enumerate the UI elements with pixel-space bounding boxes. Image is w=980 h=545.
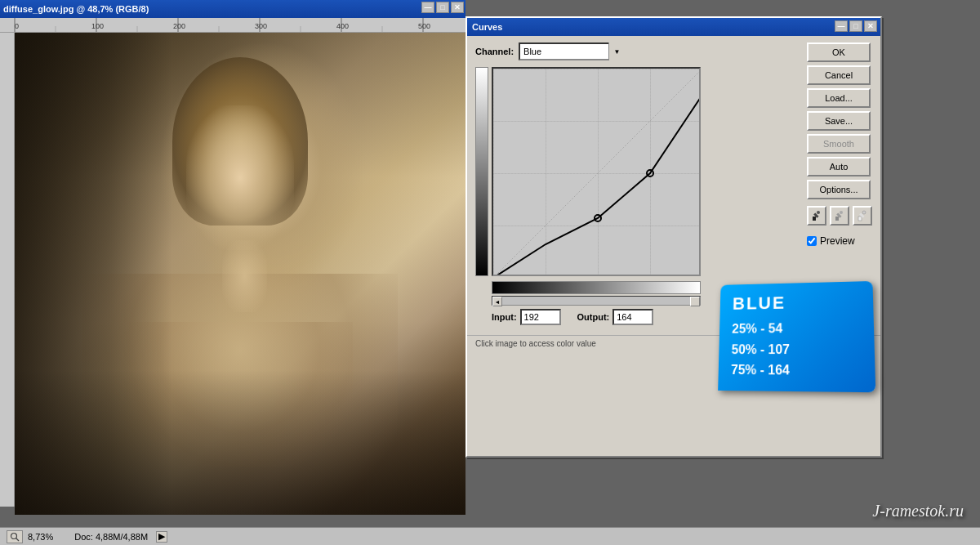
tooltip-line3: 75% - 164 — [731, 360, 862, 382]
auto-button[interactable]: Auto — [807, 157, 871, 176]
preview-row: Preview — [807, 235, 872, 247]
gradient-bar-horizontal — [492, 281, 701, 294]
maximize-button[interactable]: □ — [436, 2, 449, 13]
options-button[interactable]: Options... — [807, 180, 871, 199]
eyedropper-row — [807, 206, 872, 226]
window-title-bar: diffuse_glow.jpg @ 48,7% (RGB/8) — □ ✕ — [0, 0, 466, 18]
face-highlight — [186, 105, 294, 250]
channel-dropdown-arrow[interactable]: ▼ — [608, 42, 625, 60]
title-bar-buttons: — □ ✕ — [421, 2, 464, 13]
output-value[interactable] — [612, 309, 653, 325]
cancel-button[interactable]: Cancel — [807, 65, 871, 85]
svg-line-37 — [16, 538, 20, 541]
doc-nav-button[interactable]: ▶ — [156, 531, 167, 543]
svg-text:0: 0 — [15, 22, 19, 30]
smooth-button[interactable]: Smooth — [807, 134, 871, 154]
input-value[interactable] — [520, 309, 561, 325]
ruler-horizontal: 0 100 200 300 400 500 — [0, 18, 466, 33]
blue-tooltip: BLUE 25% - 54 50% - 107 75% - 164 — [718, 281, 875, 392]
output-label: Output: — [577, 312, 610, 322]
tooltip-line1: 25% - 54 — [732, 317, 861, 339]
graph-scrollbar[interactable]: ◄ — [492, 296, 701, 306]
ok-button[interactable]: OK — [807, 42, 871, 62]
svg-point-26 — [817, 211, 820, 214]
ruler-vertical — [0, 33, 15, 507]
channel-row: Channel: Blue RGB Red Green ▼ — [475, 42, 800, 60]
minimize-button[interactable]: — — [421, 2, 434, 13]
svg-text:300: 300 — [255, 22, 267, 30]
bottom-shadow — [15, 370, 466, 515]
photo-background — [15, 33, 466, 515]
svg-text:200: 200 — [173, 22, 185, 30]
svg-point-32 — [862, 211, 866, 214]
bottom-doc-info: Doc: 4,88M/4,88M — [74, 532, 148, 542]
window-title: diffuse_glow.jpg @ 48,7% (RGB/8) — [3, 4, 149, 14]
output-field: Output: — [577, 309, 654, 325]
input-field: Input: — [492, 309, 561, 325]
gray-eyedropper-button[interactable] — [830, 206, 849, 226]
watermark: J-ramestok.ru — [872, 502, 964, 520]
canvas-area — [15, 33, 466, 515]
channel-label: Channel: — [475, 47, 514, 56]
preview-label: Preview — [820, 235, 855, 247]
curves-minimize-button[interactable]: — — [835, 20, 848, 32]
curves-dialog: Curves — □ ✕ Channel: Blue RGB Red — [466, 16, 882, 458]
svg-rect-27 — [835, 217, 839, 221]
photoshop-window: diffuse_glow.jpg @ 48,7% (RGB/8) — □ ✕ 0… — [0, 0, 980, 545]
svg-text:100: 100 — [91, 22, 104, 30]
svg-point-29 — [840, 211, 843, 214]
curves-graph-container — [475, 67, 800, 276]
svg-rect-30 — [858, 217, 862, 221]
neck-shape — [222, 240, 267, 313]
gradient-bar-v — [475, 67, 488, 276]
load-button[interactable]: Load... — [807, 88, 871, 108]
zoom-toggle-button[interactable] — [7, 530, 23, 543]
curves-title: Curves — [472, 22, 502, 32]
curves-graph[interactable] — [492, 67, 701, 276]
scrollbar-left-arrow[interactable]: ◄ — [492, 297, 502, 306]
scrollbar-thumb[interactable] — [690, 297, 700, 306]
curves-svg — [493, 69, 701, 276]
white-eyedropper-button[interactable] — [853, 206, 872, 226]
curves-close-button[interactable]: ✕ — [864, 20, 877, 32]
curves-maximize-button[interactable]: □ — [849, 20, 862, 32]
svg-point-36 — [11, 533, 17, 538]
bottom-zoom-value: 8,73% — [28, 532, 53, 542]
tooltip-title: BLUE — [733, 291, 860, 314]
svg-rect-20 — [493, 69, 701, 276]
curves-title-bar: Curves — □ ✕ — [467, 18, 880, 36]
main-status-bar: 8,73% Doc: 4,88M/4,88M ▶ — [0, 527, 980, 545]
svg-text:500: 500 — [418, 22, 430, 30]
input-label: Input: — [492, 312, 517, 322]
channel-select-wrapper: Blue RGB Red Green ▼ — [519, 42, 625, 60]
curves-left-panel: Channel: Blue RGB Red Green ▼ — [475, 42, 800, 325]
curves-title-buttons: — □ ✕ — [835, 20, 877, 32]
black-eyedropper-button[interactable] — [807, 206, 826, 226]
svg-rect-24 — [813, 217, 816, 221]
save-button[interactable]: Save... — [807, 111, 871, 131]
preview-checkbox[interactable] — [807, 236, 817, 246]
close-button[interactable]: ✕ — [451, 2, 464, 13]
vertical-gradient-bar — [475, 67, 488, 276]
tooltip-line2: 50% - 107 — [731, 338, 861, 360]
svg-text:400: 400 — [336, 22, 349, 30]
